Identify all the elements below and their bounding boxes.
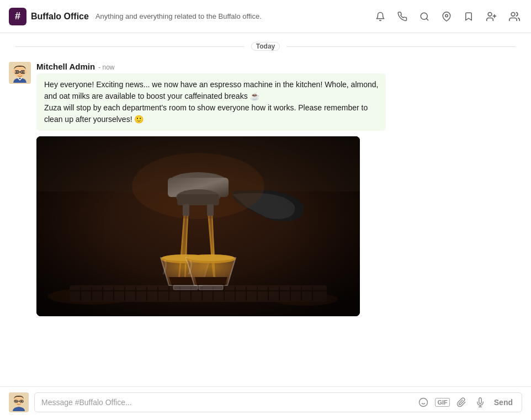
message-image: [36, 136, 360, 316]
search-button[interactable]: [417, 9, 432, 24]
channel-icon: #: [9, 8, 26, 25]
message-content-area: Mitchell Admin - now Hey everyone! Excit…: [36, 62, 522, 316]
message-input[interactable]: [41, 398, 412, 407]
message-text-line4: clean up after yourselves! 🙂: [44, 115, 144, 124]
channel-name: Buffalo Office: [31, 12, 89, 22]
svg-rect-59: [36, 136, 360, 316]
send-button[interactable]: Send: [492, 397, 515, 408]
svg-point-13: [22, 71, 24, 73]
messages-area: Today: [0, 33, 531, 386]
message-text-line1: Hey everyone! Exciting news... we now ha…: [44, 80, 378, 89]
svg-point-67: [420, 398, 428, 407]
pin-button[interactable]: [439, 9, 454, 24]
gif-button[interactable]: GIF: [435, 398, 449, 407]
svg-point-15: [13, 70, 15, 73]
date-divider: Today: [9, 33, 522, 55]
input-user-avatar: [9, 392, 29, 412]
message-timestamp: - now: [98, 63, 114, 71]
message-item: Mitchell Admin - now Hey everyone! Excit…: [9, 60, 522, 318]
emoji-input-button[interactable]: [416, 396, 431, 408]
channel-description: Anything and everything related to the B…: [95, 12, 373, 20]
svg-point-16: [25, 70, 28, 73]
svg-point-3: [488, 12, 492, 16]
message-input-bar: GIF Send: [0, 386, 531, 420]
svg-point-14: [19, 73, 21, 75]
notification-bell-button[interactable]: [373, 9, 387, 24]
microphone-button[interactable]: [473, 396, 487, 408]
message-text-line3: Zuza will stop by each department's room…: [44, 103, 368, 112]
bookmark-button[interactable]: [461, 9, 476, 24]
message-bubble: Hey everyone! Exciting news... we now ha…: [36, 73, 386, 131]
members-button[interactable]: [507, 9, 522, 24]
channel-header: # Buffalo Office Anything and everything…: [0, 0, 531, 33]
message-input-wrapper[interactable]: GIF Send: [34, 392, 522, 412]
svg-line-1: [426, 18, 428, 20]
divider-line-left: [15, 46, 245, 47]
svg-point-12: [16, 71, 18, 73]
phone-button[interactable]: [395, 9, 410, 24]
message-author: Mitchell Admin: [36, 62, 95, 71]
svg-point-65: [15, 401, 17, 402]
date-divider-text: Today: [251, 42, 280, 51]
svg-point-2: [445, 14, 448, 17]
message-text-line2: and oat milks are available to boost you…: [44, 92, 259, 100]
svg-point-66: [21, 401, 22, 402]
divider-line-right: [286, 46, 516, 47]
svg-point-6: [511, 12, 515, 16]
header-action-group: [373, 9, 522, 24]
avatar: [9, 62, 31, 84]
message-header: Mitchell Admin - now: [36, 62, 522, 71]
attachment-button[interactable]: [454, 396, 469, 408]
add-member-button[interactable]: [484, 9, 499, 24]
